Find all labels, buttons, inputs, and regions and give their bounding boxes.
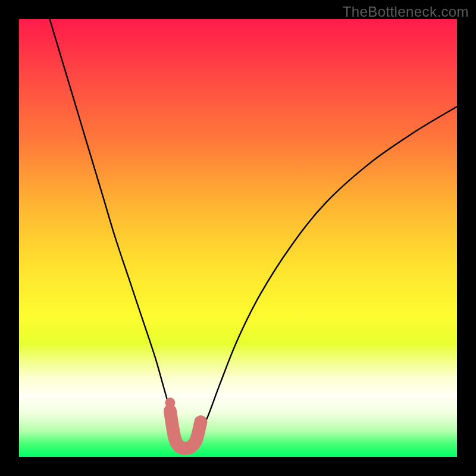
chart-area	[19, 19, 457, 457]
watermark-text: TheBottleneck.com	[343, 4, 469, 20]
bottleneck-chart	[19, 19, 457, 457]
highlight-dot	[165, 397, 175, 408]
curve-line	[50, 19, 457, 449]
highlight-band	[170, 411, 201, 449]
